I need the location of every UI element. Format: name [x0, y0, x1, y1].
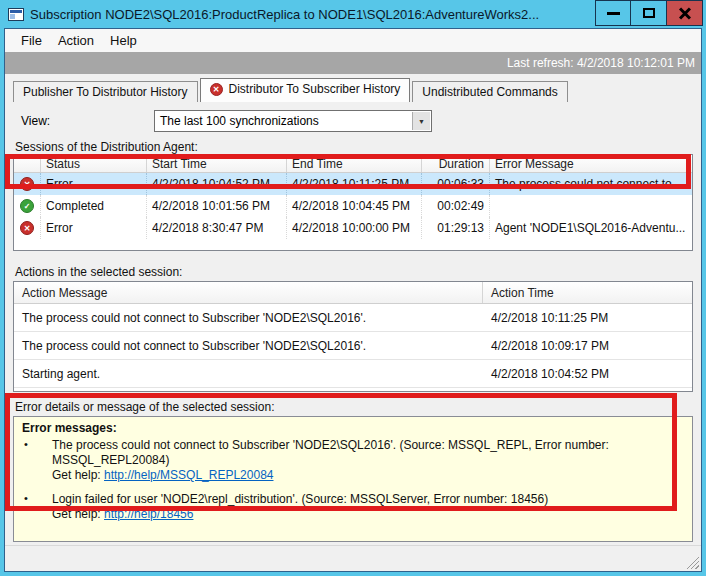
session-end-time: 4/2/2018 10:04:45 PM [287, 195, 422, 217]
column-header-start-time[interactable]: Start Time [147, 155, 287, 172]
menubar: File Action Help [5, 29, 701, 52]
action-time: 4/2/2018 10:11:25 PM [483, 304, 692, 331]
window-title: Subscription NODE2\SQL2016:ProductReplic… [30, 7, 595, 22]
session-row-error[interactable]: ✕ Error 4/2/2018 8:30:47 PM 4/2/2018 10:… [14, 217, 692, 239]
session-status: Error [41, 217, 147, 239]
column-header-error-message[interactable]: Error Message [490, 155, 692, 172]
replication-monitor-window: Subscription NODE2\SQL2016:ProductReplic… [0, 0, 706, 576]
last-refresh-text: Last refresh: 4/2/2018 10:12:01 PM [507, 56, 695, 70]
session-end-time: 4/2/2018 10:11:25 PM [287, 173, 422, 195]
get-help-label: Get help: [52, 507, 104, 521]
minimize-icon [607, 12, 620, 15]
action-time: 4/2/2018 10:09:17 PM [483, 332, 692, 359]
chevron-down-icon[interactable]: ▼ [412, 112, 430, 130]
view-dropdown[interactable]: The last 100 synchronizations ▼ [154, 110, 432, 132]
session-duration: 01:29:13 [422, 217, 490, 239]
session-start-time: 4/2/2018 10:04:52 PM [147, 173, 287, 195]
last-refresh-bar: Last refresh: 4/2/2018 10:12:01 PM [5, 52, 701, 74]
tab-strip: Publisher To Distributor History ✕ Distr… [13, 78, 693, 102]
error-item: • Login failed for user 'NODE2\repl_dist… [22, 492, 684, 522]
sessions-table: Status Start Time End Time Duration Erro… [13, 154, 693, 251]
session-start-time: 4/2/2018 10:01:56 PM [147, 195, 287, 217]
actions-section-label: Actions in the selected session: [15, 265, 693, 279]
session-status: Completed [41, 195, 147, 217]
error-details-label: Error details or message of the selected… [15, 400, 693, 414]
statusbar [5, 545, 701, 571]
maximize-button[interactable] [631, 0, 667, 26]
close-icon [678, 6, 692, 20]
sessions-section-label: Sessions of the Distribution Agent: [15, 140, 693, 154]
view-dropdown-value: The last 100 synchronizations [160, 114, 319, 128]
session-duration: 00:06:33 [422, 173, 490, 195]
minimize-button[interactable] [595, 0, 631, 26]
action-time: 4/2/2018 10:04:52 PM [483, 360, 692, 387]
error-message-text: The process could not connect to Subscri… [52, 438, 684, 468]
action-row[interactable]: The process could not connect to Subscri… [14, 304, 692, 332]
get-help-label: Get help: [52, 468, 104, 482]
column-header-action-message[interactable]: Action Message [14, 282, 483, 303]
error-item: • The process could not connect to Subsc… [22, 438, 684, 483]
tab-label: Undistributed Commands [422, 85, 557, 99]
column-header-icon[interactable] [14, 155, 41, 172]
error-status-icon: ✕ [20, 221, 34, 235]
maximize-icon [643, 8, 655, 18]
view-label: View: [21, 114, 154, 128]
actions-table: Action Message Action Time The process c… [13, 281, 693, 392]
session-start-time: 4/2/2018 8:30:47 PM [147, 217, 287, 239]
action-message: Starting agent. [14, 360, 483, 387]
error-messages-box: Error messages: • The process could not … [13, 416, 693, 542]
action-message: The process could not connect to Subscri… [14, 304, 483, 331]
error-messages-heading: Error messages: [22, 421, 684, 435]
column-header-end-time[interactable]: End Time [287, 155, 422, 172]
tab-error-icon: ✕ [210, 83, 223, 96]
session-row-completed[interactable]: ✓ Completed 4/2/2018 10:01:56 PM 4/2/201… [14, 195, 692, 217]
help-link[interactable]: http://help/18456 [104, 507, 193, 521]
resize-grip-icon[interactable] [685, 555, 699, 569]
tab-page-content: Publisher To Distributor History ✕ Distr… [5, 74, 701, 545]
tab-label: Publisher To Distributor History [23, 85, 188, 99]
session-duration: 00:02:49 [422, 195, 490, 217]
menu-action[interactable]: Action [50, 31, 102, 50]
tab-publisher-to-distributor-history[interactable]: Publisher To Distributor History [13, 81, 198, 102]
titlebar: Subscription NODE2\SQL2016:ProductReplic… [0, 0, 706, 28]
menu-help[interactable]: Help [102, 31, 145, 50]
session-error-message: Agent 'NODE1\SQL2016-Adventu... [490, 217, 692, 239]
window-controls [595, 0, 703, 26]
app-icon [8, 8, 24, 21]
error-message-text: Login failed for user 'NODE2\repl_distri… [52, 492, 684, 507]
tab-undistributed-commands[interactable]: Undistributed Commands [412, 81, 567, 102]
tab-label: Distributor To Subscriber History [229, 82, 401, 96]
client-area: File Action Help Last refresh: 4/2/2018 … [4, 28, 702, 572]
action-row[interactable]: The process could not connect to Subscri… [14, 332, 692, 360]
action-message: The process could not connect to Subscri… [14, 332, 483, 359]
close-button[interactable] [667, 0, 703, 26]
column-header-duration[interactable]: Duration [422, 155, 490, 172]
menu-file[interactable]: File [13, 31, 50, 50]
session-row-error-selected[interactable]: ✕ Error 4/2/2018 10:04:52 PM 4/2/2018 10… [14, 173, 692, 195]
column-header-status[interactable]: Status [41, 155, 147, 172]
help-link[interactable]: http://help/MSSQL_REPL20084 [104, 468, 273, 482]
action-row[interactable]: Starting agent. 4/2/2018 10:04:52 PM [14, 360, 692, 388]
view-row: View: The last 100 synchronizations ▼ [13, 110, 693, 132]
session-error-message: The process could not connect to ... [490, 173, 692, 195]
actions-table-header: Action Message Action Time [14, 282, 692, 304]
tab-distributor-to-subscriber-history[interactable]: ✕ Distributor To Subscriber History [200, 78, 411, 102]
column-header-action-time[interactable]: Action Time [483, 282, 692, 303]
bullet-icon: • [22, 492, 52, 522]
sessions-table-header: Status Start Time End Time Duration Erro… [14, 155, 692, 173]
error-status-icon: ✕ [20, 177, 34, 191]
session-error-message [490, 195, 692, 217]
bullet-icon: • [22, 438, 52, 483]
session-status: Error [41, 173, 147, 195]
completed-status-icon: ✓ [20, 199, 34, 213]
session-end-time: 4/2/2018 10:00:00 PM [287, 217, 422, 239]
